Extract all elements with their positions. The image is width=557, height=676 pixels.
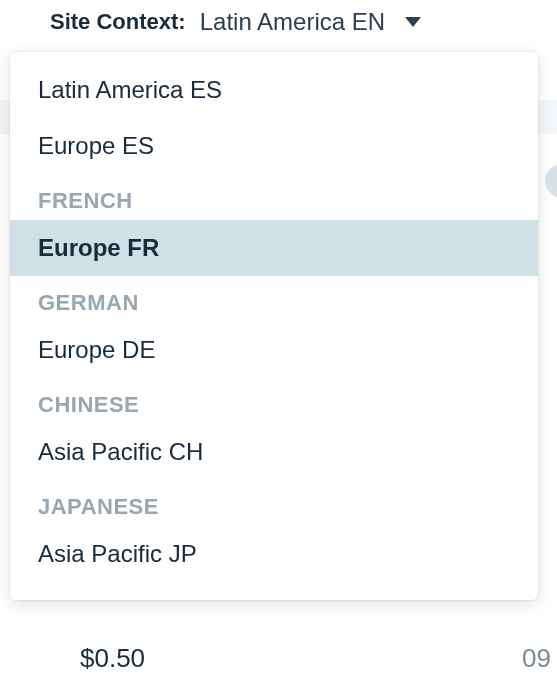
background-id-fragment: 09	[522, 643, 551, 674]
site-context-value: Latin America EN	[200, 8, 385, 36]
background-price: $0.50	[80, 643, 145, 674]
dropdown-option[interactable]: Europe ES	[10, 118, 538, 174]
dropdown-option[interactable]: Asia Pacific CH	[10, 424, 538, 480]
site-context-dropdown: Latin America ESEurope ESFRENCHEurope FR…	[10, 52, 538, 600]
dropdown-option[interactable]: Europe FR	[10, 220, 538, 276]
background-row: $0.50 09	[0, 636, 557, 676]
site-context-label: Site Context:	[50, 9, 186, 35]
dropdown-option[interactable]: Asia Pacific JP	[10, 526, 538, 582]
dropdown-group-header: JAPANESE	[10, 480, 538, 526]
site-context-selector[interactable]: Site Context: Latin America EN	[0, 0, 557, 44]
dropdown-group-header: CHINESE	[10, 378, 538, 424]
dropdown-group-header: FRENCH	[10, 174, 538, 220]
dropdown-group-header: GERMAN	[10, 276, 538, 322]
caret-down-icon	[405, 17, 421, 27]
background-toggle-fragment	[545, 164, 557, 198]
dropdown-option[interactable]: Latin America ES	[10, 62, 538, 118]
dropdown-option[interactable]: Europe DE	[10, 322, 538, 378]
